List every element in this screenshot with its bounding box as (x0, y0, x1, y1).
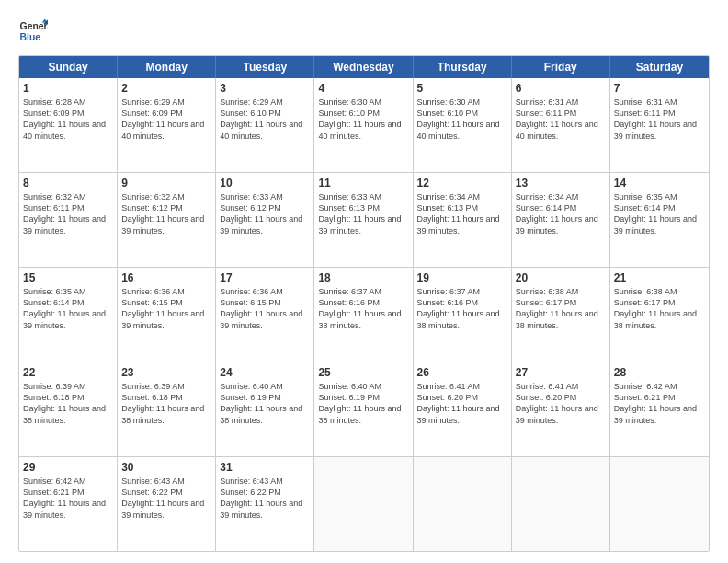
week-row-4: 22Sunrise: 6:39 AMSunset: 6:18 PMDayligh… (19, 362, 709, 457)
day-number: 13 (516, 176, 606, 190)
day-number: 3 (220, 81, 310, 96)
day-cell-20: 20Sunrise: 6:38 AMSunset: 6:17 PMDayligh… (512, 268, 610, 362)
day-info: Sunrise: 6:41 AMSunset: 6:20 PMDaylight:… (516, 381, 606, 426)
day-cell-9: 9Sunrise: 6:32 AMSunset: 6:12 PMDaylight… (118, 173, 216, 267)
day-info: Sunrise: 6:34 AMSunset: 6:14 PMDaylight:… (516, 191, 606, 236)
day-number: 7 (614, 81, 705, 96)
empty-cell (610, 457, 709, 551)
day-info: Sunrise: 6:32 AMSunset: 6:12 PMDaylight:… (121, 191, 211, 236)
header-day-thursday: Thursday (414, 56, 512, 78)
day-info: Sunrise: 6:33 AMSunset: 6:13 PMDaylight:… (318, 191, 408, 236)
day-number: 25 (318, 365, 408, 380)
day-number: 16 (121, 270, 211, 285)
page: General Blue SundayMondayTuesdayWednesda… (0, 0, 728, 563)
day-cell-17: 17Sunrise: 6:36 AMSunset: 6:15 PMDayligh… (216, 268, 314, 362)
week-row-3: 15Sunrise: 6:35 AMSunset: 6:14 PMDayligh… (19, 268, 709, 362)
day-number: 1 (23, 81, 113, 96)
day-info: Sunrise: 6:39 AMSunset: 6:18 PMDaylight:… (23, 381, 113, 426)
day-number: 6 (516, 81, 606, 96)
day-number: 22 (23, 365, 113, 380)
week-row-5: 29Sunrise: 6:42 AMSunset: 6:21 PMDayligh… (19, 457, 709, 551)
day-cell-28: 28Sunrise: 6:42 AMSunset: 6:21 PMDayligh… (610, 362, 709, 456)
day-cell-10: 10Sunrise: 6:33 AMSunset: 6:12 PMDayligh… (216, 173, 314, 267)
day-cell-4: 4Sunrise: 6:30 AMSunset: 6:10 PMDaylight… (314, 78, 413, 172)
day-cell-3: 3Sunrise: 6:29 AMSunset: 6:10 PMDaylight… (216, 78, 314, 172)
day-number: 8 (23, 176, 113, 190)
header-day-wednesday: Wednesday (314, 56, 413, 78)
day-number: 26 (417, 365, 507, 380)
svg-text:Blue: Blue (20, 32, 41, 42)
day-number: 2 (121, 81, 211, 96)
day-number: 27 (516, 365, 606, 380)
header-day-sunday: Sunday (19, 56, 118, 78)
day-cell-29: 29Sunrise: 6:42 AMSunset: 6:21 PMDayligh… (19, 457, 118, 551)
day-cell-27: 27Sunrise: 6:41 AMSunset: 6:20 PMDayligh… (512, 362, 610, 456)
day-info: Sunrise: 6:43 AMSunset: 6:22 PMDaylight:… (121, 476, 211, 521)
header-day-tuesday: Tuesday (216, 56, 314, 78)
day-info: Sunrise: 6:42 AMSunset: 6:21 PMDaylight:… (23, 476, 113, 521)
day-cell-22: 22Sunrise: 6:39 AMSunset: 6:18 PMDayligh… (19, 362, 118, 456)
day-info: Sunrise: 6:35 AMSunset: 6:14 PMDaylight:… (23, 286, 113, 331)
day-info: Sunrise: 6:36 AMSunset: 6:15 PMDaylight:… (220, 286, 310, 331)
empty-cell (512, 457, 610, 551)
day-number: 17 (220, 270, 310, 285)
day-number: 23 (121, 365, 211, 380)
day-info: Sunrise: 6:40 AMSunset: 6:19 PMDaylight:… (220, 381, 310, 426)
day-cell-7: 7Sunrise: 6:31 AMSunset: 6:11 PMDaylight… (610, 78, 709, 172)
day-cell-6: 6Sunrise: 6:31 AMSunset: 6:11 PMDaylight… (512, 78, 610, 172)
day-cell-24: 24Sunrise: 6:40 AMSunset: 6:19 PMDayligh… (216, 362, 314, 456)
day-cell-8: 8Sunrise: 6:32 AMSunset: 6:11 PMDaylight… (19, 173, 118, 267)
day-cell-15: 15Sunrise: 6:35 AMSunset: 6:14 PMDayligh… (19, 268, 118, 362)
day-info: Sunrise: 6:40 AMSunset: 6:19 PMDaylight:… (318, 381, 408, 426)
day-number: 5 (417, 81, 507, 96)
day-number: 29 (23, 460, 113, 475)
day-info: Sunrise: 6:39 AMSunset: 6:18 PMDaylight:… (121, 381, 211, 426)
day-info: Sunrise: 6:30 AMSunset: 6:10 PMDaylight:… (318, 97, 408, 142)
day-info: Sunrise: 6:32 AMSunset: 6:11 PMDaylight:… (23, 191, 113, 236)
day-number: 21 (614, 270, 705, 285)
day-cell-21: 21Sunrise: 6:38 AMSunset: 6:17 PMDayligh… (610, 268, 709, 362)
day-cell-26: 26Sunrise: 6:41 AMSunset: 6:20 PMDayligh… (414, 362, 512, 456)
day-cell-2: 2Sunrise: 6:29 AMSunset: 6:09 PMDaylight… (118, 78, 216, 172)
day-number: 9 (121, 176, 211, 190)
day-number: 31 (220, 460, 310, 475)
day-number: 20 (516, 270, 606, 285)
empty-cell (414, 457, 512, 551)
day-cell-18: 18Sunrise: 6:37 AMSunset: 6:16 PMDayligh… (314, 268, 413, 362)
day-info: Sunrise: 6:37 AMSunset: 6:16 PMDaylight:… (318, 286, 408, 331)
day-info: Sunrise: 6:34 AMSunset: 6:13 PMDaylight:… (417, 191, 507, 236)
logo-icon: General Blue (18, 17, 48, 46)
day-number: 14 (614, 176, 705, 190)
day-cell-14: 14Sunrise: 6:35 AMSunset: 6:14 PMDayligh… (610, 173, 709, 267)
day-info: Sunrise: 6:29 AMSunset: 6:10 PMDaylight:… (220, 97, 310, 142)
day-number: 4 (318, 81, 408, 96)
day-cell-23: 23Sunrise: 6:39 AMSunset: 6:18 PMDayligh… (118, 362, 216, 456)
header-day-saturday: Saturday (610, 56, 709, 78)
week-row-1: 1Sunrise: 6:28 AMSunset: 6:09 PMDaylight… (19, 78, 709, 173)
header-day-monday: Monday (118, 56, 216, 78)
day-cell-31: 31Sunrise: 6:43 AMSunset: 6:22 PMDayligh… (216, 457, 314, 551)
day-cell-30: 30Sunrise: 6:43 AMSunset: 6:22 PMDayligh… (118, 457, 216, 551)
day-info: Sunrise: 6:30 AMSunset: 6:10 PMDaylight:… (417, 97, 507, 142)
day-number: 30 (121, 460, 211, 475)
svg-text:General: General (20, 21, 48, 31)
day-info: Sunrise: 6:33 AMSunset: 6:12 PMDaylight:… (220, 191, 310, 236)
day-info: Sunrise: 6:31 AMSunset: 6:11 PMDaylight:… (614, 97, 705, 142)
day-cell-19: 19Sunrise: 6:37 AMSunset: 6:16 PMDayligh… (414, 268, 512, 362)
day-info: Sunrise: 6:41 AMSunset: 6:20 PMDaylight:… (417, 381, 507, 426)
calendar: SundayMondayTuesdayWednesdayThursdayFrid… (18, 55, 710, 552)
day-cell-16: 16Sunrise: 6:36 AMSunset: 6:15 PMDayligh… (118, 268, 216, 362)
day-info: Sunrise: 6:35 AMSunset: 6:14 PMDaylight:… (614, 191, 705, 236)
day-cell-5: 5Sunrise: 6:30 AMSunset: 6:10 PMDaylight… (414, 78, 512, 172)
day-info: Sunrise: 6:29 AMSunset: 6:09 PMDaylight:… (121, 97, 211, 142)
day-number: 18 (318, 270, 408, 285)
day-cell-12: 12Sunrise: 6:34 AMSunset: 6:13 PMDayligh… (414, 173, 512, 267)
day-number: 28 (614, 365, 705, 380)
day-info: Sunrise: 6:37 AMSunset: 6:16 PMDaylight:… (417, 286, 507, 331)
header: General Blue (18, 17, 710, 46)
calendar-body: 1Sunrise: 6:28 AMSunset: 6:09 PMDaylight… (19, 78, 709, 551)
week-row-2: 8Sunrise: 6:32 AMSunset: 6:11 PMDaylight… (19, 173, 709, 268)
day-cell-25: 25Sunrise: 6:40 AMSunset: 6:19 PMDayligh… (314, 362, 413, 456)
day-info: Sunrise: 6:43 AMSunset: 6:22 PMDaylight:… (220, 476, 310, 521)
day-number: 24 (220, 365, 310, 380)
